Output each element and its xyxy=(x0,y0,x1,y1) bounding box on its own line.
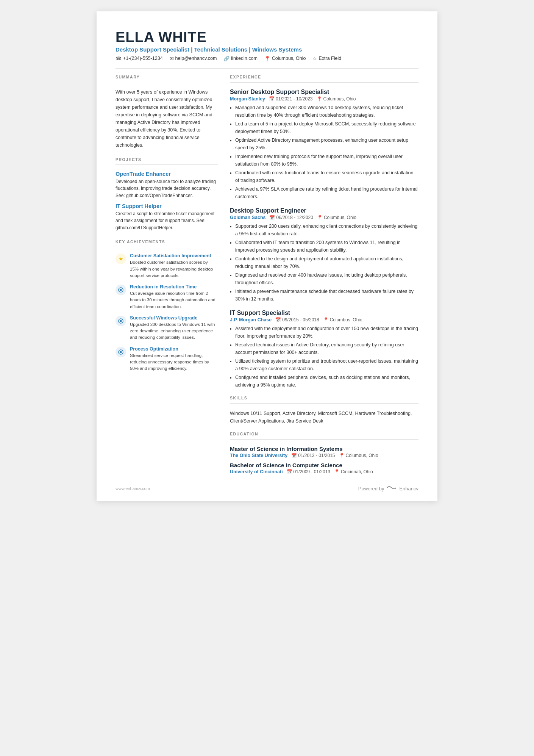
skills-text: Windows 10/11 Support, Active Directory,… xyxy=(230,410,418,425)
achievement-4-desc: Streamlined service request handling, re… xyxy=(130,352,218,372)
achievement-4-title: Process Optimization xyxy=(130,346,218,352)
edu-2-title: Bachelor of Science in Computer Science xyxy=(230,462,418,468)
exp-2-bullet-1: Supported over 200 users daily, enhancin… xyxy=(235,222,418,238)
achievements-divider xyxy=(116,247,218,247)
achievement-2-desc: Cut average issue resolution time from 2… xyxy=(130,290,218,310)
resume-page: ELLA WHITE Desktop Support Specialist | … xyxy=(97,11,437,501)
achievement-1-desc: Boosted customer satisfaction scores by … xyxy=(130,259,218,279)
experience-label: EXPERIENCE xyxy=(230,75,418,79)
exp-3-bullet-1: Assisted with the deployment and configu… xyxy=(235,325,418,340)
edu-2-location: 📍 Cincinnati, Ohio xyxy=(334,469,373,474)
edu-2-meta: University of Cincinnati 📅 01/2009 - 01/… xyxy=(230,469,418,474)
pin-icon-edu1: 📍 xyxy=(339,453,345,458)
project-1-desc: Developed an open-source tool to analyze… xyxy=(116,178,218,199)
exp-3-meta: J.P. Morgan Chase 📅 09/2015 - 05/2018 📍 … xyxy=(230,317,418,322)
exp-1-bullet-1: Managed and supported over 300 Windows 1… xyxy=(235,104,418,119)
experience-3: IT Support Specialist J.P. Morgan Chase … xyxy=(230,310,418,389)
achievements-label: KEY ACHIEVEMENTS xyxy=(116,239,218,244)
achievement-3-desc: Upgraded 200 desktops to Windows 11 with… xyxy=(130,321,218,341)
contact-bar: ☎ +1-(234)-555-1234 ✉ help@enhancv.com 🔗… xyxy=(116,56,418,61)
pin-icon-1: 📍 xyxy=(317,96,322,102)
project-2: IT Support Helper Created a script to st… xyxy=(116,203,218,232)
location-contact: 📍 Columbus, Ohio xyxy=(264,56,306,61)
project-2-desc: Created a script to streamline ticket ma… xyxy=(116,210,218,232)
header-divider xyxy=(116,68,418,69)
skills-divider xyxy=(230,403,418,404)
star-icon: ☆ xyxy=(312,56,317,61)
edu-1-location: 📍 Columbus, Ohio xyxy=(339,453,378,458)
candidate-name: ELLA WHITE xyxy=(116,30,418,45)
edu-2-school: University of Cincinnati xyxy=(230,469,283,474)
exp-3-bullet-2: Resolved technical issues in Active Dire… xyxy=(235,341,418,356)
education-divider xyxy=(230,439,418,440)
edu-1-title: Master of Science in Information Systems xyxy=(230,446,418,452)
pin-icon-2: 📍 xyxy=(317,215,323,220)
exp-2-title: Desktop Support Engineer xyxy=(230,207,418,214)
achievement-3-title: Successful Windows Upgrade xyxy=(130,315,218,321)
svg-point-5 xyxy=(120,351,122,353)
calendar-icon-1: 📅 xyxy=(269,96,275,102)
footer-website: www.enhancv.com xyxy=(116,486,150,491)
right-column: EXPERIENCE Senior Desktop Support Specia… xyxy=(230,75,418,478)
exp-2-date: 📅 06/2018 - 12/2020 xyxy=(269,215,313,220)
achievement-2-icon xyxy=(116,285,126,295)
projects-label: PROJECTS xyxy=(116,157,218,162)
achievement-1-icon: ★ xyxy=(116,254,126,264)
projects-divider xyxy=(116,164,218,165)
summary-label: SUMMARY xyxy=(116,75,218,79)
exp-2-company: Goldman Sachs xyxy=(230,215,265,220)
exp-1-date: 📅 01/2021 - 10/2023 xyxy=(269,96,312,102)
header: ELLA WHITE Desktop Support Specialist | … xyxy=(116,30,418,69)
education-label: EDUCATION xyxy=(230,432,418,436)
summary-text: With over 5 years of experience in Windo… xyxy=(116,88,218,149)
exp-2-bullet-5: Initiated a preventive maintenance sched… xyxy=(235,288,418,303)
exp-3-bullet-3: Utilized ticketing system to prioritize … xyxy=(235,357,418,373)
exp-1-bullet-6: Achieved a 97% SLA compliance rate by re… xyxy=(235,185,418,200)
exp-1-bullet-4: Implemented new training protocols for t… xyxy=(235,153,418,168)
phone-icon: ☎ xyxy=(116,56,122,61)
calendar-icon-edu1: 📅 xyxy=(291,453,297,458)
powered-by-label: Powered by xyxy=(358,486,384,491)
edu-2-date: 📅 01/2009 - 01/2013 xyxy=(287,469,330,474)
project-1: OpenTrade Enhancer Developed an open-sou… xyxy=(116,171,218,199)
two-col-layout: SUMMARY With over 5 years of experience … xyxy=(116,75,418,478)
edu-1-school: The Ohio State University xyxy=(230,453,287,458)
achievement-4: Process Optimization Streamlined service… xyxy=(116,346,218,372)
exp-1-location: 📍 Columbus, Ohio xyxy=(317,96,356,102)
exp-1-bullet-2: Led a team of 5 in a project to deploy M… xyxy=(235,120,418,135)
calendar-icon-3: 📅 xyxy=(275,317,281,322)
project-1-title: OpenTrade Enhancer xyxy=(116,171,218,177)
exp-2-bullets: Supported over 200 users daily, enhancin… xyxy=(235,222,418,303)
calendar-icon-2: 📅 xyxy=(269,215,275,220)
project-2-title: IT Support Helper xyxy=(116,203,218,209)
exp-3-title: IT Support Specialist xyxy=(230,310,418,316)
exp-2-meta: Goldman Sachs 📅 06/2018 - 12/2020 📍 Colu… xyxy=(230,215,418,220)
exp-1-company: Morgan Stanley xyxy=(230,96,265,102)
linkedin-contact[interactable]: 🔗 linkedin.com xyxy=(223,56,257,61)
achievement-1: ★ Customer Satisfaction Improvement Boos… xyxy=(116,253,218,279)
calendar-icon-edu2: 📅 xyxy=(287,469,292,474)
exp-2-bullet-2: Collaborated with IT team to transition … xyxy=(235,239,418,254)
exp-3-location: 📍 Columbus, Ohio xyxy=(323,317,362,322)
achievement-2: Reduction in Resolution Time Cut average… xyxy=(116,284,218,310)
exp-1-title: Senior Desktop Support Specialist xyxy=(230,89,418,95)
edu-2: Bachelor of Science in Computer Science … xyxy=(230,462,418,474)
edu-1: Master of Science in Information Systems… xyxy=(230,446,418,458)
experience-1: Senior Desktop Support Specialist Morgan… xyxy=(230,89,418,200)
exp-1-bullet-5: Coordinated with cross-functional teams … xyxy=(235,169,418,184)
achievement-3-icon xyxy=(116,316,126,326)
exp-2-bullet-4: Diagnosed and resolved over 400 hardware… xyxy=(235,271,418,286)
svg-point-1 xyxy=(120,289,122,291)
achievement-1-title: Customer Satisfaction Improvement xyxy=(130,253,218,258)
pin-icon-3: 📍 xyxy=(323,317,329,322)
brand-name: Enhancv xyxy=(399,486,418,491)
pin-icon-edu2: 📍 xyxy=(334,469,340,474)
email-icon: ✉ xyxy=(170,56,174,61)
phone-contact: ☎ +1-(234)-555-1234 xyxy=(116,56,163,61)
skills-label: SKILLS xyxy=(230,396,418,400)
extra-contact: ☆ Extra Field xyxy=(312,56,341,61)
email-contact: ✉ help@enhancv.com xyxy=(170,56,217,61)
achievement-3: Successful Windows Upgrade Upgraded 200 … xyxy=(116,315,218,341)
page-footer: www.enhancv.com Powered by Enhancv xyxy=(116,485,418,493)
exp-2-location: 📍 Columbus, Ohio xyxy=(317,215,356,220)
